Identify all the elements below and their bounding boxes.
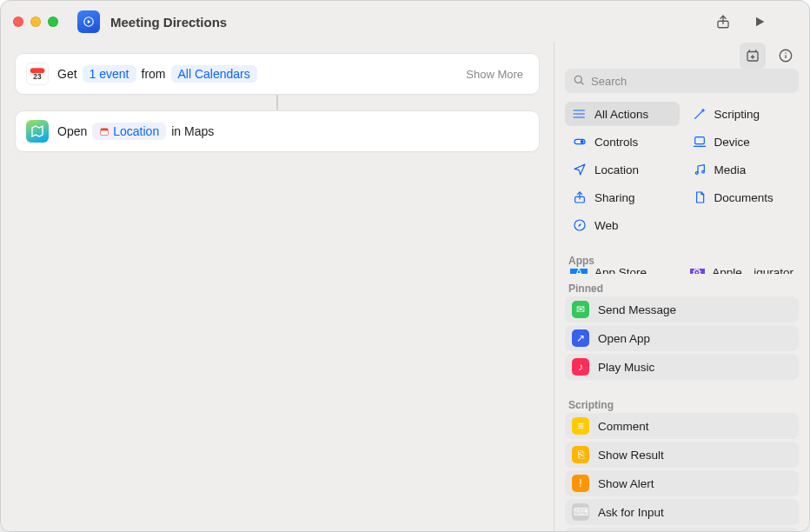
category-label: Sharing bbox=[594, 191, 635, 204]
svg-point-18 bbox=[574, 110, 574, 110]
shortcut-icon bbox=[77, 10, 100, 33]
action-icon: ↗ bbox=[572, 329, 589, 347]
calendar-mini-icon bbox=[99, 126, 110, 136]
run-button[interactable] bbox=[747, 9, 773, 35]
category-all-actions[interactable]: All Actions bbox=[565, 102, 680, 126]
svg-marker-1 bbox=[88, 20, 91, 24]
svg-point-26 bbox=[701, 170, 704, 173]
library-toolbar bbox=[554, 43, 809, 69]
category-label: Media bbox=[714, 163, 747, 176]
calendar-source-pill[interactable]: All Calendars bbox=[171, 65, 257, 83]
category-label: All Actions bbox=[594, 108, 648, 121]
wand-icon bbox=[692, 106, 707, 122]
library-action[interactable]: ✉Send Message bbox=[565, 296, 799, 323]
category-label: Location bbox=[594, 163, 639, 176]
category-device[interactable]: Device bbox=[685, 130, 800, 154]
svg-marker-3 bbox=[756, 17, 764, 27]
action-label: Ask for Input bbox=[598, 506, 664, 519]
library-action[interactable]: ⎘Show Result bbox=[565, 442, 799, 468]
action-icon: ♪ bbox=[572, 358, 589, 376]
action-icon: ✉ bbox=[572, 301, 589, 318]
action-label: Comment bbox=[598, 420, 649, 433]
svg-text:23: 23 bbox=[33, 72, 42, 81]
section-header-scripting: Scripting bbox=[554, 390, 809, 413]
action-get-calendar-events[interactable]: 23 Get 1 event from All Calendars Show M… bbox=[15, 53, 540, 95]
action-text: Get 1 event from All Calendars bbox=[57, 65, 257, 83]
action-prefix: Open bbox=[57, 124, 87, 138]
category-label: Controls bbox=[594, 136, 638, 149]
category-web[interactable]: Web bbox=[565, 213, 680, 237]
info-button[interactable] bbox=[773, 43, 799, 69]
category-sharing[interactable]: Sharing bbox=[565, 185, 680, 209]
category-grid: All ActionsScriptingControlsDeviceLocati… bbox=[554, 102, 809, 246]
library-toggle-button[interactable] bbox=[740, 43, 766, 69]
action-prefix: Get bbox=[57, 67, 77, 81]
action-middle: from bbox=[142, 67, 166, 81]
svg-rect-23 bbox=[694, 137, 704, 144]
window-body: 23 Get 1 event from All Calendars Show M… bbox=[1, 43, 809, 531]
maximize-icon[interactable] bbox=[48, 17, 58, 27]
action-open-in-maps[interactable]: Open Location in Maps bbox=[15, 110, 540, 152]
calendar-icon: 23 bbox=[26, 63, 49, 85]
action-label: Show Result bbox=[598, 449, 664, 462]
event-count-pill[interactable]: 1 event bbox=[83, 65, 136, 83]
svg-point-12 bbox=[785, 52, 787, 54]
scripting-list: ≡Comment⎘Show Result!Show Alert⌨Ask for … bbox=[554, 413, 809, 532]
category-label: Documents bbox=[714, 191, 773, 204]
action-label: Show Alert bbox=[598, 477, 654, 490]
action-icon: ⎘ bbox=[572, 446, 589, 463]
action-label: Send Message bbox=[598, 303, 676, 316]
svg-point-25 bbox=[695, 172, 698, 175]
action-library: All ActionsScriptingControlsDeviceLocati… bbox=[554, 43, 809, 531]
library-action[interactable]: ↗Open App bbox=[565, 325, 799, 351]
library-action[interactable]: ≡Comment bbox=[565, 413, 799, 439]
window-controls bbox=[13, 17, 58, 27]
library-action[interactable]: ΣCount bbox=[565, 528, 799, 532]
svg-rect-8 bbox=[101, 130, 109, 136]
search-container bbox=[554, 69, 809, 102]
share-icon bbox=[572, 190, 588, 205]
action-suffix: in Maps bbox=[171, 124, 214, 138]
device-icon bbox=[692, 134, 707, 150]
show-more-button[interactable]: Show More bbox=[461, 64, 528, 84]
workflow-editor[interactable]: 23 Get 1 event from All Calendars Show M… bbox=[1, 43, 554, 531]
svg-marker-29 bbox=[578, 223, 581, 227]
category-label: Web bbox=[594, 219, 619, 232]
nav-icon bbox=[572, 162, 588, 177]
library-action[interactable]: ⌨Ask for Input bbox=[565, 499, 799, 525]
category-documents[interactable]: Documents bbox=[685, 185, 800, 209]
window-title: Meeting Directions bbox=[110, 15, 227, 30]
action-label: Play Music bbox=[598, 361, 654, 374]
category-location[interactable]: Location bbox=[565, 157, 680, 182]
minimize-icon[interactable] bbox=[30, 17, 41, 27]
close-icon[interactable] bbox=[13, 17, 23, 27]
svg-point-19 bbox=[574, 113, 574, 114]
maps-icon bbox=[26, 120, 49, 143]
category-scripting[interactable]: Scripting bbox=[685, 102, 800, 126]
action-label: Open App bbox=[598, 332, 650, 345]
list-icon bbox=[572, 106, 588, 122]
library-action[interactable]: ♪Play Music bbox=[565, 354, 799, 380]
action-text: Open Location in Maps bbox=[57, 123, 214, 140]
pinned-list: ✉Send Message↗Open App♪Play Music bbox=[554, 296, 809, 390]
category-label: Device bbox=[714, 136, 750, 149]
search-input[interactable] bbox=[565, 69, 799, 93]
category-label: Scripting bbox=[714, 108, 760, 121]
svg-point-20 bbox=[574, 116, 574, 117]
category-controls[interactable]: Controls bbox=[565, 130, 680, 154]
compass-icon bbox=[572, 217, 588, 233]
library-action[interactable]: !Show Alert bbox=[565, 470, 799, 496]
app-window: Meeting Directions 23 Get bbox=[0, 0, 810, 532]
section-header-apps: Apps bbox=[554, 246, 809, 269]
section-header-pinned: Pinned bbox=[554, 274, 809, 296]
doc-icon bbox=[692, 190, 707, 205]
music-icon bbox=[692, 162, 707, 177]
titlebar: Meeting Directions bbox=[1, 1, 809, 43]
category-media[interactable]: Media bbox=[685, 157, 800, 182]
share-button[interactable] bbox=[710, 9, 736, 35]
svg-point-22 bbox=[581, 140, 584, 143]
action-icon: ≡ bbox=[572, 417, 589, 435]
action-icon: ⌨ bbox=[572, 503, 589, 521]
action-connector bbox=[15, 95, 540, 110]
location-variable-pill[interactable]: Location bbox=[92, 123, 166, 140]
